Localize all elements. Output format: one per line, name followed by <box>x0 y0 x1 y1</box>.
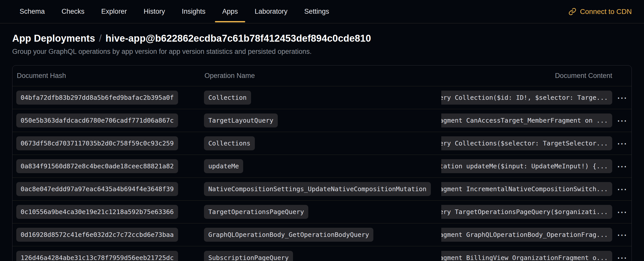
document-hash-badge: 0a834f91560d872e8c4bec0ade18ceec88821a82 <box>16 159 178 173</box>
document-content-badge: fragment BillingView_OrganizationFragmen… <box>441 251 612 261</box>
row-menu-button[interactable]: ⋯ <box>615 184 628 194</box>
document-hash-badge: 0d16928d8572c41ef6e032d2c7c72ccbd6e73baa <box>16 228 178 242</box>
document-content-badge: query TargetOperationsPageQuery($organiz… <box>441 205 612 219</box>
deployments-table: Document Hash Operation Name Document Co… <box>12 65 632 261</box>
operation-name-badge: GraphQLOperationBody_GetOperationBodyQue… <box>204 228 373 242</box>
table-row: 0ac8e047eddd97a97eac6435a4b694f4e3648f39… <box>12 178 632 201</box>
breadcrumb-separator: / <box>99 33 102 44</box>
table-header-row: Document Hash Operation Name Document Co… <box>12 66 632 86</box>
document-content-badge: query Collections($selector: TargetSelec… <box>441 136 612 150</box>
row-menu-button[interactable]: ⋯ <box>615 207 628 217</box>
document-hash-badge: 0c10556a9be4ca30e19e21c1218a592b75e63366 <box>16 205 178 219</box>
document-hash-badge: 050e5b363dafdcacd6780e706cadf771d06a867c <box>16 113 178 127</box>
operation-name-badge: Collections <box>204 136 255 150</box>
table-row: 04bfa72dfb83b297dd8a5b6fed9bafac2b395a0f… <box>12 86 632 109</box>
table-row: 050e5b363dafdcacd6780e706cadf771d06a867c… <box>12 109 632 132</box>
connect-to-cdn-label: Connect to CDN <box>580 8 632 16</box>
nav-tab-label: Checks <box>62 8 84 15</box>
nav-tab-label: Settings <box>304 8 329 15</box>
nav-tab-checks[interactable]: Checks <box>53 0 93 23</box>
table-row: 0a834f91560d872e8c4bec0ade18ceec88821a82… <box>12 155 632 178</box>
operation-name-badge: SubscriptionPageQuery <box>204 251 293 261</box>
nav-tab-explorer[interactable]: Explorer <box>93 0 135 23</box>
main-content: App Deployments / hive-app@b622862ecdba7… <box>0 33 644 261</box>
column-header-operation-name: Operation Name <box>200 72 441 80</box>
table-row: 126d46a4284abe31c13c78f7959d56eeb21725dc… <box>12 246 632 261</box>
top-nav: Schema Checks Explorer History Insights … <box>0 0 644 23</box>
operation-name-badge: updateMe <box>204 159 243 173</box>
nav-tab-settings[interactable]: Settings <box>296 0 338 23</box>
nav-tab-history[interactable]: History <box>135 0 173 23</box>
row-menu-button[interactable]: ⋯ <box>615 161 628 171</box>
table-row: 0c10556a9be4ca30e19e21c1218a592b75e63366… <box>12 201 632 223</box>
row-menu-button[interactable]: ⋯ <box>615 138 628 149</box>
operation-name-badge: TargetLayoutQuery <box>204 113 278 127</box>
nav-tabs: Schema Checks Explorer History Insights … <box>11 0 338 23</box>
document-content-badge: fragment IncrementalNativeCompositionSwi… <box>441 182 612 196</box>
document-content-badge: query Collection($id: ID!, $selector: Ta… <box>441 91 612 105</box>
nav-tab-label: Schema <box>20 8 45 15</box>
nav-tab-label: Insights <box>182 8 206 15</box>
nav-tab-label: Explorer <box>101 8 127 15</box>
nav-tab-label: Apps <box>222 8 238 15</box>
document-content-badge: mutation updateMe($input: UpdateMeInput!… <box>441 159 612 173</box>
connect-to-cdn-button[interactable]: Connect to CDN <box>567 0 633 23</box>
document-hash-badge: 0673df58cd7037117035b2d0c758f59c0c93c259 <box>16 136 178 150</box>
row-menu-button[interactable]: ⋯ <box>615 116 628 126</box>
document-content-badge: fragment GraphQLOperationBody_OperationF… <box>441 228 612 242</box>
nav-tab-laboratory[interactable]: Laboratory <box>246 0 296 23</box>
page-title: App Deployments / hive-app@b622862ecdba7… <box>12 33 632 44</box>
nav-tab-schema[interactable]: Schema <box>11 0 53 23</box>
document-content-badge: fragment CanAccessTarget_MemberFragment … <box>441 113 612 127</box>
row-menu-button[interactable]: ⋯ <box>615 253 628 261</box>
column-header-document-hash: Document Hash <box>12 72 200 80</box>
operation-name-badge: NativeCompositionSettings_UpdateNativeCo… <box>204 182 431 196</box>
nav-tab-apps[interactable]: Apps <box>214 0 246 23</box>
nav-tab-label: History <box>144 8 165 15</box>
column-header-document-content: Document Content <box>441 72 612 80</box>
breadcrumb-root[interactable]: App Deployments <box>12 33 95 44</box>
active-tab-indicator <box>215 21 245 22</box>
nav-tab-label: Laboratory <box>255 8 287 15</box>
row-menu-button[interactable]: ⋯ <box>615 93 628 103</box>
table-row: 0d16928d8572c41ef6e032d2c7c72ccbd6e73baa… <box>12 223 632 246</box>
table-body: 04bfa72dfb83b297dd8a5b6fed9bafac2b395a0f… <box>12 86 632 261</box>
operation-name-badge: TargetOperationsPageQuery <box>204 205 308 219</box>
table-row: 0673df58cd7037117035b2d0c758f59c0c93c259… <box>12 132 632 155</box>
page-subtitle: Group your GraphQL operations by app ver… <box>12 48 632 56</box>
document-hash-badge: 0ac8e047eddd97a97eac6435a4b694f4e3648f39 <box>16 182 178 196</box>
document-hash-badge: 126d46a4284abe31c13c78f7959d56eeb21725dc <box>16 251 178 261</box>
document-hash-badge: 04bfa72dfb83b297dd8a5b6fed9bafac2b395a0f <box>16 91 178 105</box>
nav-tab-insights[interactable]: Insights <box>173 0 214 23</box>
link-icon <box>568 8 576 15</box>
breadcrumb-current: hive-app@b622862ecdba7c61b78f412453def89… <box>106 33 371 44</box>
operation-name-badge: Collection <box>204 91 251 105</box>
row-menu-button[interactable]: ⋯ <box>615 230 628 240</box>
